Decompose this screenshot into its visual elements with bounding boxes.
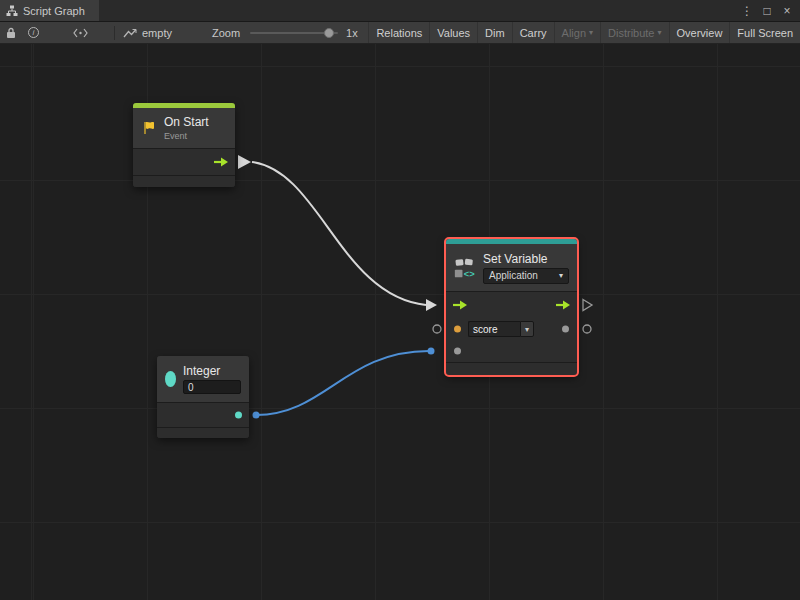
chevron-down-icon: ▾ — [559, 271, 563, 280]
integer-output-port[interactable] — [235, 412, 242, 419]
control-output-port[interactable] — [213, 157, 229, 167]
control-output-port[interactable] — [555, 300, 571, 310]
tab-title: Script Graph — [23, 5, 85, 17]
close-button[interactable]: × — [779, 4, 795, 18]
zoom-label: Zoom — [212, 27, 240, 39]
graph-icon — [6, 5, 18, 17]
align-button[interactable]: Align ▾ — [554, 22, 600, 43]
graph-breadcrumb[interactable]: empty — [142, 27, 172, 39]
zoom-slider-knob[interactable] — [324, 28, 334, 38]
distribute-button[interactable]: Distribute ▾ — [600, 22, 668, 43]
node-title: Set Variable — [483, 252, 569, 266]
script-graph-window: Script Graph ⋮ □ × i — [0, 0, 800, 600]
values-button[interactable]: Values — [429, 22, 477, 43]
value-input-port[interactable] — [454, 348, 461, 355]
value-wire-end-dot — [428, 348, 435, 355]
window-menu-button[interactable]: ⋮ — [739, 4, 755, 18]
toolbar-separator — [114, 26, 115, 40]
integer-ports — [157, 403, 249, 427]
value-output-port[interactable] — [562, 326, 569, 333]
unconnected-input-circle[interactable] — [433, 325, 441, 333]
toolbar-buttons: Relations Values Dim Carry Align ▾ Distr… — [368, 22, 800, 43]
value-wire-start-dot — [253, 412, 260, 419]
dim-button[interactable]: Dim — [477, 22, 512, 43]
relations-button[interactable]: Relations — [368, 22, 429, 43]
node-set-variable[interactable]: <> Set Variable Application ▾ — [446, 239, 577, 375]
set-variable-header: <> Set Variable Application ▾ — [446, 244, 577, 291]
chevron-down-icon: ▾ — [658, 28, 662, 37]
graph-toolbar: i empty Zoom 1x Relations Values Dim Car… — [0, 22, 800, 44]
value-wire[interactable] — [256, 351, 429, 415]
integer-icon — [165, 371, 176, 387]
zoom-value: 1x — [346, 27, 358, 39]
wires-layer — [0, 44, 800, 600]
variable-name-field[interactable]: score ▾ — [468, 321, 534, 337]
name-port-row: score ▾ — [446, 318, 577, 340]
integer-value-input[interactable]: 0 — [183, 380, 241, 394]
node-title: On Start — [164, 115, 209, 129]
titlebar-spacer — [99, 0, 739, 21]
zoom-slider[interactable] — [250, 32, 338, 34]
on-start-header: On Start Event — [133, 108, 235, 148]
window-controls: ⋮ □ × — [739, 0, 800, 21]
node-title: Integer — [183, 364, 241, 378]
graph-canvas[interactable]: On Start Event <> — [0, 44, 800, 600]
variable-name-dropdown-button[interactable]: ▾ — [520, 321, 534, 337]
chevron-down-icon: ▾ — [525, 325, 529, 334]
maximize-button[interactable]: □ — [759, 4, 775, 18]
variable-scope-dropdown[interactable]: Application ▾ — [483, 268, 569, 284]
chevron-down-icon: ▾ — [589, 28, 593, 37]
titlebar: Script Graph ⋮ □ × — [0, 0, 800, 22]
set-variable-icon: <> — [454, 255, 476, 281]
node-footer — [157, 428, 249, 438]
carry-button[interactable]: Carry — [512, 22, 554, 43]
control-wire-start-cap — [238, 155, 251, 169]
fullscreen-button[interactable]: Full Screen — [729, 22, 800, 43]
control-wire[interactable] — [252, 162, 426, 305]
unconnected-control-triangle[interactable] — [583, 300, 592, 311]
control-wire-end-arrow — [426, 299, 437, 311]
name-input-port[interactable] — [454, 326, 461, 333]
lock-icon[interactable] — [6, 27, 16, 39]
control-input-port[interactable] — [452, 300, 468, 310]
control-ports-row — [446, 292, 577, 318]
node-footer — [133, 176, 235, 187]
code-preview-icon[interactable] — [73, 28, 88, 38]
code-glyph-icon: <> — [464, 268, 475, 278]
tab-script-graph[interactable]: Script Graph — [0, 0, 99, 21]
on-start-ports — [133, 149, 235, 175]
node-subtitle: Event — [164, 131, 209, 141]
node-integer[interactable]: Integer 0 — [157, 356, 249, 438]
value-port-row — [446, 340, 577, 362]
flag-icon — [141, 120, 157, 136]
node-footer — [446, 363, 577, 375]
integer-header: Integer 0 — [157, 356, 249, 402]
unconnected-output-circle[interactable] — [583, 325, 591, 333]
node-on-start[interactable]: On Start Event — [133, 103, 235, 187]
graph-pointer-icon — [123, 28, 137, 38]
overview-button[interactable]: Overview — [669, 22, 730, 43]
info-icon[interactable]: i — [28, 27, 39, 38]
